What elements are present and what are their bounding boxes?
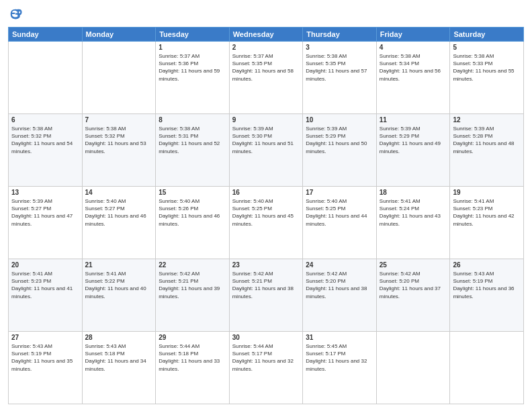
day-info: Sunrise: 5:44 AMSunset: 5:18 PMDaylight:… (159, 342, 226, 373)
calendar-cell: 15Sunrise: 5:40 AMSunset: 5:26 PMDayligh… (156, 187, 230, 259)
day-number: 17 (306, 189, 373, 196)
page: SundayMondayTuesdayWednesdayThursdayFrid… (0, 0, 532, 411)
calendar-cell: 28Sunrise: 5:43 AMSunset: 5:18 PMDayligh… (82, 332, 156, 404)
day-info: Sunrise: 5:43 AMSunset: 5:19 PMDaylight:… (11, 342, 79, 373)
calendar-week-3: 13Sunrise: 5:39 AMSunset: 5:27 PMDayligh… (9, 187, 524, 259)
calendar-cell: 14Sunrise: 5:40 AMSunset: 5:27 PMDayligh… (82, 187, 156, 259)
calendar-cell: 3Sunrise: 5:38 AMSunset: 5:35 PMDaylight… (303, 42, 377, 114)
day-info: Sunrise: 5:38 AMSunset: 5:32 PMDaylight:… (85, 125, 153, 155)
day-number: 10 (306, 116, 373, 124)
day-number: 22 (159, 261, 226, 269)
calendar-cell: 24Sunrise: 5:42 AMSunset: 5:20 PMDayligh… (303, 259, 377, 332)
calendar-cell: 22Sunrise: 5:42 AMSunset: 5:21 PMDayligh… (156, 259, 230, 332)
calendar-week-1: 1Sunrise: 5:37 AMSunset: 5:36 PMDaylight… (9, 42, 524, 114)
day-info: Sunrise: 5:44 AMSunset: 5:17 PMDaylight:… (232, 342, 300, 373)
day-number: 20 (11, 261, 79, 269)
day-info: Sunrise: 5:38 AMSunset: 5:33 PMDaylight:… (453, 52, 521, 83)
day-number: 13 (11, 189, 79, 196)
day-number: 28 (85, 334, 153, 341)
day-info: Sunrise: 5:41 AMSunset: 5:23 PMDaylight:… (11, 270, 79, 300)
day-info: Sunrise: 5:40 AMSunset: 5:26 PMDaylight:… (159, 197, 226, 228)
day-info: Sunrise: 5:40 AMSunset: 5:25 PMDaylight:… (306, 197, 373, 228)
calendar-table: SundayMondayTuesdayWednesdayThursdayFrid… (8, 27, 524, 404)
day-info: Sunrise: 5:37 AMSunset: 5:36 PMDaylight:… (159, 52, 226, 83)
day-number: 16 (232, 189, 300, 196)
day-number: 29 (159, 334, 226, 341)
day-info: Sunrise: 5:38 AMSunset: 5:34 PMDaylight:… (380, 52, 447, 83)
calendar-cell: 31Sunrise: 5:45 AMSunset: 5:17 PMDayligh… (303, 332, 377, 404)
day-info: Sunrise: 5:37 AMSunset: 5:35 PMDaylight:… (232, 52, 300, 83)
day-info: Sunrise: 5:41 AMSunset: 5:24 PMDaylight:… (380, 197, 447, 228)
day-info: Sunrise: 5:40 AMSunset: 5:27 PMDaylight:… (85, 197, 153, 228)
calendar-cell: 11Sunrise: 5:39 AMSunset: 5:29 PMDayligh… (376, 114, 450, 187)
day-number: 25 (380, 261, 447, 269)
day-number: 6 (11, 116, 79, 124)
calendar-cell: 7Sunrise: 5:38 AMSunset: 5:32 PMDaylight… (82, 114, 156, 187)
day-number: 14 (85, 189, 153, 196)
calendar-cell: 18Sunrise: 5:41 AMSunset: 5:24 PMDayligh… (376, 187, 450, 259)
day-number: 26 (453, 261, 521, 269)
calendar-cell: 29Sunrise: 5:44 AMSunset: 5:18 PMDayligh… (156, 332, 230, 404)
day-number: 1 (159, 44, 226, 51)
calendar-cell: 30Sunrise: 5:44 AMSunset: 5:17 PMDayligh… (229, 332, 303, 404)
calendar-cell: 25Sunrise: 5:42 AMSunset: 5:20 PMDayligh… (376, 259, 450, 332)
day-number: 9 (232, 116, 300, 124)
day-number: 15 (159, 189, 226, 196)
day-number: 8 (159, 116, 226, 124)
day-number: 30 (232, 334, 300, 341)
day-info: Sunrise: 5:38 AMSunset: 5:32 PMDaylight:… (11, 125, 79, 155)
calendar-cell: 8Sunrise: 5:38 AMSunset: 5:31 PMDaylight… (156, 114, 230, 187)
day-info: Sunrise: 5:39 AMSunset: 5:27 PMDaylight:… (11, 197, 79, 228)
day-info: Sunrise: 5:38 AMSunset: 5:31 PMDaylight:… (159, 125, 226, 155)
weekday-header-tuesday: Tuesday (156, 28, 230, 42)
calendar-week-5: 27Sunrise: 5:43 AMSunset: 5:19 PMDayligh… (9, 332, 524, 404)
calendar-cell: 12Sunrise: 5:39 AMSunset: 5:28 PMDayligh… (450, 114, 524, 187)
weekday-header-wednesday: Wednesday (229, 28, 303, 42)
calendar-cell: 26Sunrise: 5:43 AMSunset: 5:19 PMDayligh… (450, 259, 524, 332)
calendar-week-4: 20Sunrise: 5:41 AMSunset: 5:23 PMDayligh… (9, 259, 524, 332)
weekday-header-thursday: Thursday (303, 28, 377, 42)
day-number: 7 (85, 116, 153, 124)
calendar-cell (450, 332, 524, 404)
calendar-cell: 4Sunrise: 5:38 AMSunset: 5:34 PMDaylight… (376, 42, 450, 114)
logo-icon (8, 7, 23, 21)
day-number: 3 (306, 44, 373, 51)
calendar-cell: 5Sunrise: 5:38 AMSunset: 5:33 PMDaylight… (450, 42, 524, 114)
day-number: 11 (380, 116, 447, 124)
weekday-header-row: SundayMondayTuesdayWednesdayThursdayFrid… (9, 28, 524, 42)
day-number: 5 (453, 44, 521, 51)
weekday-header-friday: Friday (376, 28, 450, 42)
day-info: Sunrise: 5:40 AMSunset: 5:25 PMDaylight:… (232, 197, 300, 228)
day-info: Sunrise: 5:41 AMSunset: 5:22 PMDaylight:… (85, 270, 153, 300)
calendar-cell: 1Sunrise: 5:37 AMSunset: 5:36 PMDaylight… (156, 42, 230, 114)
calendar-cell: 13Sunrise: 5:39 AMSunset: 5:27 PMDayligh… (9, 187, 83, 259)
day-info: Sunrise: 5:43 AMSunset: 5:18 PMDaylight:… (85, 342, 153, 373)
day-info: Sunrise: 5:42 AMSunset: 5:20 PMDaylight:… (306, 270, 373, 300)
calendar-cell: 23Sunrise: 5:42 AMSunset: 5:21 PMDayligh… (229, 259, 303, 332)
day-info: Sunrise: 5:42 AMSunset: 5:21 PMDaylight:… (232, 270, 300, 300)
calendar-cell: 19Sunrise: 5:41 AMSunset: 5:23 PMDayligh… (450, 187, 524, 259)
calendar-cell: 9Sunrise: 5:39 AMSunset: 5:30 PMDaylight… (229, 114, 303, 187)
day-number: 2 (232, 44, 300, 51)
weekday-header-saturday: Saturday (450, 28, 524, 42)
day-number: 4 (380, 44, 447, 51)
day-number: 21 (85, 261, 153, 269)
calendar-cell: 2Sunrise: 5:37 AMSunset: 5:35 PMDaylight… (229, 42, 303, 114)
day-info: Sunrise: 5:45 AMSunset: 5:17 PMDaylight:… (306, 342, 373, 373)
calendar-cell: 21Sunrise: 5:41 AMSunset: 5:22 PMDayligh… (82, 259, 156, 332)
day-info: Sunrise: 5:38 AMSunset: 5:35 PMDaylight:… (306, 52, 373, 83)
calendar-cell (82, 42, 156, 114)
day-info: Sunrise: 5:42 AMSunset: 5:21 PMDaylight:… (159, 270, 226, 300)
day-info: Sunrise: 5:41 AMSunset: 5:23 PMDaylight:… (453, 197, 521, 228)
day-number: 18 (380, 189, 447, 196)
day-number: 12 (453, 116, 521, 124)
day-number: 19 (453, 189, 521, 196)
weekday-header-monday: Monday (82, 28, 156, 42)
day-number: 24 (306, 261, 373, 269)
day-number: 23 (232, 261, 300, 269)
calendar-cell (9, 42, 83, 114)
calendar-cell: 20Sunrise: 5:41 AMSunset: 5:23 PMDayligh… (9, 259, 83, 332)
calendar-cell: 17Sunrise: 5:40 AMSunset: 5:25 PMDayligh… (303, 187, 377, 259)
day-info: Sunrise: 5:39 AMSunset: 5:29 PMDaylight:… (380, 125, 447, 155)
calendar-cell: 16Sunrise: 5:40 AMSunset: 5:25 PMDayligh… (229, 187, 303, 259)
